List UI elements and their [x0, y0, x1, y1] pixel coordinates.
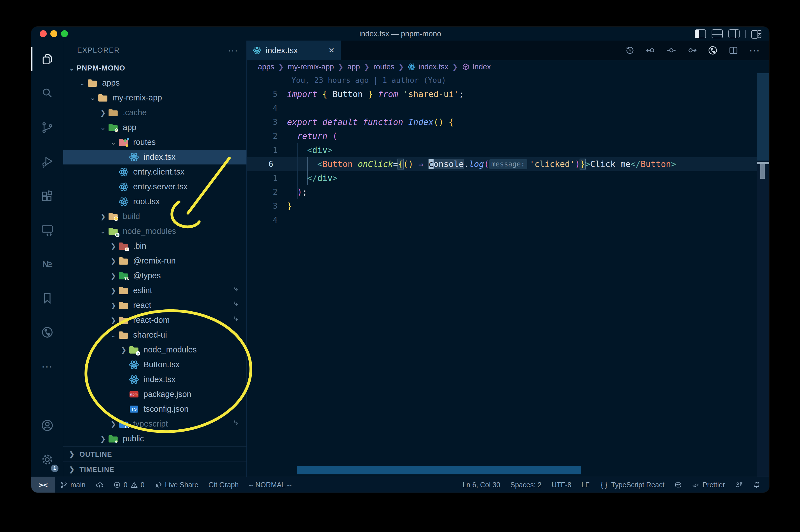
toggle-secondary-sidebar-icon[interactable] — [728, 30, 740, 38]
tab-index-tsx[interactable]: index.tsx ✕ — [247, 41, 341, 60]
feedback-item[interactable] — [730, 477, 748, 493]
code-token — [287, 131, 297, 141]
indentation-item[interactable]: Spaces: 2 — [506, 477, 547, 493]
tree-item-label: node_modules — [144, 345, 197, 355]
tree-item-shared-ui[interactable]: ⌄shared-ui — [63, 327, 246, 342]
tree-item-root-tsx[interactable]: root.tsx — [63, 194, 246, 209]
line-number: 1 — [247, 171, 278, 185]
tree-item-routes[interactable]: ⌄routes — [63, 135, 246, 150]
tree-item-typescript[interactable]: ❯TStypescript — [63, 417, 246, 431]
activity-item-search[interactable] — [31, 76, 63, 111]
activity-item-explorer[interactable] — [31, 42, 63, 76]
previous-change-icon[interactable] — [646, 45, 656, 55]
breadcrumb-index[interactable]: Index — [462, 63, 491, 71]
activity-item-extensions[interactable] — [31, 179, 63, 213]
code-token: < — [307, 145, 312, 155]
breadcrumb-separator: ❯ — [452, 63, 458, 71]
tree-item--cache[interactable]: ❯.cache — [63, 105, 246, 120]
toggle-sidebar-icon[interactable] — [695, 30, 706, 38]
activity-item-settings[interactable]: 1 — [31, 442, 63, 477]
activity-item-remote-explorer[interactable] — [31, 213, 63, 247]
tree-item-entry-client-tsx[interactable]: entry.client.tsx — [63, 165, 246, 179]
open-changes-icon[interactable] — [666, 45, 677, 55]
tree-item-apps[interactable]: ⌄apps — [63, 76, 246, 90]
activity-item-git-graph[interactable] — [31, 315, 63, 349]
activity-item-run-debug[interactable] — [31, 145, 63, 179]
tree-item-build[interactable]: ❯build — [63, 209, 246, 224]
tree-item-eslint[interactable]: ❯eslint — [63, 283, 246, 298]
git-graph-item[interactable]: Git Graph — [203, 477, 244, 493]
cursor-position-item[interactable]: Ln 6, Col 30 — [458, 477, 506, 493]
code-token: > — [585, 159, 590, 169]
line-number: 2 — [247, 129, 278, 143]
git-graph-icon[interactable] — [708, 45, 718, 55]
horizontal-scrollbar[interactable] — [297, 466, 581, 474]
breadcrumb-my-remix-app[interactable]: my-remix-app — [288, 63, 334, 71]
timeline-section[interactable]: ❯ TIMELINE — [63, 461, 246, 477]
vertical-scrollbar[interactable] — [757, 73, 769, 477]
vim-mode-label: -- NORMAL -- — [249, 481, 291, 489]
breadcrumb-apps[interactable]: apps — [258, 63, 274, 71]
tree-item--types[interactable]: ❯TS@types — [63, 268, 246, 283]
line-number: 4 — [247, 101, 278, 115]
tree-item-app[interactable]: ⌄⚙app — [63, 120, 246, 135]
tree-item-label: eslint — [133, 286, 152, 295]
tree-item-package-json[interactable]: npmpackage.json — [63, 387, 246, 402]
tree-item-index-tsx[interactable]: index.tsx — [63, 372, 246, 387]
language-mode-item[interactable]: {} TypeScript React — [595, 477, 670, 493]
chevron-down-icon: ⌄ — [88, 94, 97, 102]
close-tab-icon[interactable]: ✕ — [328, 46, 335, 55]
tree-item-label: build — [123, 212, 140, 221]
live-share-item[interactable]: Live Share — [150, 477, 204, 493]
split-editor-icon[interactable] — [728, 45, 739, 55]
more-actions-icon[interactable]: ⋯ — [749, 44, 760, 57]
tsconfig-icon: TS — [128, 404, 139, 414]
encoding-item[interactable]: UTF-8 — [547, 477, 576, 493]
scrollbar-slider[interactable] — [757, 73, 769, 160]
sync-changes-item[interactable] — [91, 477, 108, 493]
activity-item-source-control[interactable] — [31, 111, 63, 145]
line-number: 5 — [247, 87, 278, 101]
tree-item-entry-server-tsx[interactable]: entry.server.tsx — [63, 179, 246, 194]
tree-item-tsconfig-json[interactable]: TStsconfig.json — [63, 402, 246, 417]
breadcrumb-app[interactable]: app — [347, 63, 360, 71]
git-branch-item[interactable]: main — [55, 477, 91, 493]
tree-item--remix-run[interactable]: ❯@remix-run — [63, 253, 246, 268]
tree-item-label: public — [123, 434, 144, 443]
code-line: 1 <div> — [247, 143, 769, 157]
code-token: return — [297, 131, 332, 141]
tree-item-node-modules[interactable]: ⌄jsnode_modules — [63, 224, 246, 239]
breadcrumb-routes[interactable]: routes — [374, 63, 395, 71]
octoface-icon — [674, 481, 682, 489]
code-token: ; — [302, 187, 307, 197]
customize-layout-icon[interactable] — [751, 30, 762, 38]
next-change-icon[interactable] — [687, 45, 697, 55]
tree-item-index-tsx[interactable]: index.tsx — [63, 150, 246, 165]
tree-item--bin[interactable]: ❯01.bin — [63, 239, 246, 253]
tree-item-my-remix-app[interactable]: ⌄my-remix-app — [63, 90, 246, 105]
remote-indicator[interactable]: >< — [31, 477, 55, 493]
activity-item-nx-console[interactable]: N≥ — [31, 247, 63, 281]
formatter-item[interactable]: Prettier — [687, 477, 730, 493]
outline-section[interactable]: ❯ OUTLINE — [63, 446, 246, 461]
eol-item[interactable]: LF — [576, 477, 595, 493]
activity-item-more-views[interactable]: ⋯ — [31, 349, 63, 383]
local-history-icon[interactable] — [625, 45, 635, 55]
breadcrumbs: apps❯my-remix-app❯app❯routes❯index.tsx❯I… — [247, 60, 769, 73]
tree-item-button-tsx[interactable]: Button.tsx — [63, 357, 246, 372]
activity-item-account[interactable] — [31, 408, 63, 442]
notifications-item[interactable] — [748, 477, 765, 493]
toggle-panel-icon[interactable] — [711, 30, 723, 38]
copilot-item[interactable] — [669, 477, 687, 493]
tree-root-pnpm-mono[interactable]: ⌄PNPM-MONO — [63, 61, 246, 76]
formatter-label: Prettier — [702, 481, 725, 489]
explorer-more-actions-icon[interactable]: ··· — [228, 45, 238, 56]
breadcrumb-index-tsx[interactable]: index.tsx — [408, 63, 449, 71]
problems-item[interactable]: 0 0 — [108, 477, 150, 493]
activity-item-bookmarks[interactable] — [31, 281, 63, 315]
tree-item-public[interactable]: ❯☻public — [63, 431, 246, 446]
tree-item-react-dom[interactable]: ❯react-dom — [63, 313, 246, 327]
tree-item-react[interactable]: ❯react — [63, 298, 246, 313]
tree-item-node-modules[interactable]: ❯jsnode_modules — [63, 342, 246, 357]
code-editor[interactable]: You, 23 hours ago | 1 author (You)5impor… — [247, 73, 769, 477]
